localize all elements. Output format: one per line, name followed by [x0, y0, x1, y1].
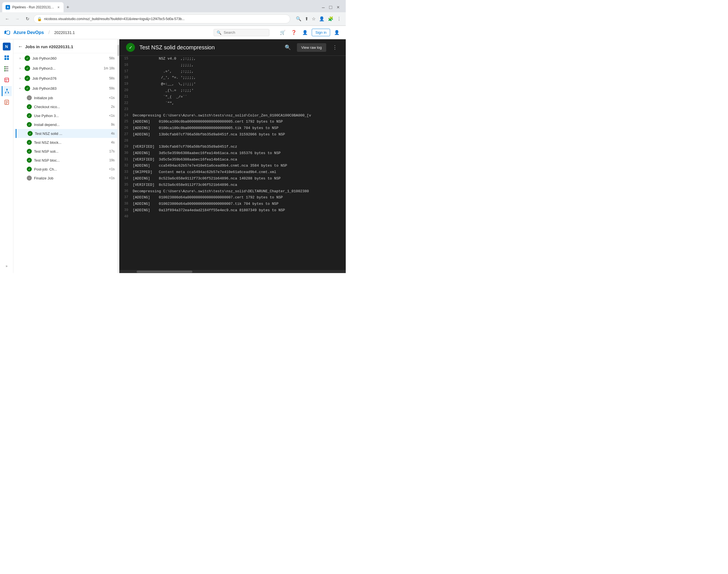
child-initialize-row[interactable]: ○ Initialize job <1s: [15, 93, 119, 102]
child-checkout-row[interactable]: ✓ Checkout nico... 2s: [15, 102, 119, 111]
expand-python360-button[interactable]: ›: [18, 56, 22, 60]
svg-point-12: [8, 92, 9, 93]
child-nsp-block-row[interactable]: ✓ Test NSP bloc... 19s: [15, 156, 119, 165]
log-line: 23: [119, 107, 346, 112]
job-python3-duration: 1m 18s: [102, 66, 115, 70]
job-python3-row[interactable]: › ✓ Job Python3... 1m 18s: [13, 63, 119, 73]
profile-icon-button[interactable]: 👤: [318, 15, 325, 23]
child-initialize-name: Initialize job: [34, 96, 100, 100]
log-line: 21 `"_( _/=``: [119, 94, 346, 100]
job-python360-row[interactable]: › ✓ Job Python360 58s: [13, 53, 119, 63]
search-icon-button[interactable]: 🔍: [295, 15, 303, 23]
svg-rect-4: [4, 58, 6, 60]
reload-button[interactable]: ↻: [24, 15, 31, 23]
new-tab-button[interactable]: +: [65, 3, 71, 12]
line-number: 34: [119, 176, 133, 181]
child-checkout-name: Checkout nico...: [34, 105, 100, 109]
share-icon-button[interactable]: ⬆: [304, 15, 309, 23]
log-line: 40: [119, 214, 346, 219]
navigation-bar: ← → ↻ 🔒 nicoboss.visualstudio.com/nsz/_b…: [0, 12, 346, 26]
line-number: 35: [119, 182, 133, 188]
expand-python3-button[interactable]: ›: [18, 66, 22, 70]
settings-icon-button[interactable]: ⋮: [336, 15, 342, 23]
extension-icon-button[interactable]: 🧩: [327, 15, 335, 23]
address-bar[interactable]: 🔒 nicoboss.visualstudio.com/nsz/_build/r…: [34, 14, 290, 24]
line-number: 31: [119, 157, 133, 162]
job-python360-name: Job Python360: [32, 56, 100, 60]
job-python360-status: ✓: [25, 55, 30, 61]
user-icon-button[interactable]: 👤: [301, 28, 309, 37]
job-python3-name: Job Python3...: [32, 66, 100, 71]
azure-devops-app: Azure DevOps / 20220131.1 🔍 🛒 ❓ 👤 Sign i…: [0, 26, 346, 273]
jobs-panel: ← Jobs in run #20220131.1 › ✓ Job Python…: [13, 39, 119, 273]
header-search-bar[interactable]: 🔍: [214, 29, 269, 36]
log-line: 26[ADDING] 0100ca100c0ba0000000000000000…: [119, 125, 346, 131]
sidebar-expand-button[interactable]: »: [2, 261, 12, 271]
expand-python383-button[interactable]: ›: [18, 86, 22, 90]
job-python383-row[interactable]: › ✓ Job Python383 59s: [13, 83, 119, 93]
header-actions: 🛒 ❓ 👤 Sign in 👤: [278, 28, 341, 37]
line-number: 23: [119, 107, 133, 112]
line-content: _(\.= ;:;;;': [133, 88, 200, 94]
sign-in-button[interactable]: Sign in: [312, 29, 330, 36]
basket-icon-button[interactable]: 🛒: [278, 28, 287, 37]
log-line: 30[ADDING] 3d5c5e359b6308aabec16fea14b61…: [119, 150, 346, 157]
child-nsz-solid-row[interactable]: ✓ Test NSZ solid ... 4s: [15, 129, 119, 138]
child-install-row[interactable]: ✓ Install depend... 9s: [15, 120, 119, 129]
log-line: 38[ADDING] 010023800d64a0000000000000000…: [119, 201, 346, 207]
bookmark-icon-button[interactable]: ☆: [311, 15, 317, 23]
sidebar-repos-button[interactable]: [2, 64, 12, 74]
maximize-icon[interactable]: □: [328, 4, 334, 10]
child-finalize-row[interactable]: ○ Finalize Job <1s: [15, 174, 119, 182]
line-content: Decompressing C:\Users\Azure\.switch\tes…: [133, 113, 318, 119]
view-raw-button[interactable]: View raw log: [297, 43, 326, 52]
line-number: 24: [119, 113, 133, 118]
child-nsz-solid-status: ✓: [28, 131, 33, 136]
child-nsp-solid-status: ✓: [27, 149, 32, 154]
log-line: 34[ADDING] 8c523a6c658e9112f73c06f521b64…: [119, 175, 346, 182]
active-tab[interactable]: A Pipelines - Run 20220131.1 logs ×: [2, 2, 64, 12]
tab-close-button[interactable]: ×: [57, 4, 60, 10]
close-icon[interactable]: ×: [335, 4, 341, 10]
sidebar-artifacts-button[interactable]: [2, 75, 12, 85]
account-icon-button[interactable]: 👤: [332, 28, 341, 37]
devops-logo-text: Azure DevOps: [13, 30, 44, 35]
log-content[interactable]: 15 NSZ v4.0 ,;:;;;,16 ;;;;;,17 .=', ;:;;…: [119, 56, 346, 270]
child-postjob-duration: <1s: [102, 167, 115, 171]
line-content: [ADDING] 0a13f894a372ea4edad2184ff55e4ec…: [133, 208, 292, 213]
forward-button[interactable]: →: [13, 15, 21, 23]
line-content: `"_( _/=``: [133, 94, 194, 100]
child-nsp-solid-row[interactable]: ✓ Test NSP soli... 17s: [15, 147, 119, 156]
child-python-row[interactable]: ✓ Use Python 3... <1s: [15, 111, 119, 120]
line-content: [SKIPPED] Content meta cca5494ac62b57e7e…: [133, 169, 283, 175]
log-scrollbar-thumb[interactable]: [137, 271, 192, 273]
log-line: 37[ADDING] 010023800d64a0000000000000000…: [119, 195, 346, 201]
sidebar-pipelines-button[interactable]: [2, 86, 12, 96]
log-more-button[interactable]: ⋮: [331, 43, 339, 52]
search-input[interactable]: [224, 30, 257, 35]
log-line: 25[ADDING] 0100ca100c0ba0000000000000000…: [119, 119, 346, 125]
line-number: 21: [119, 94, 133, 99]
sidebar-testplans-button[interactable]: [2, 97, 12, 107]
sidebar-org-button[interactable]: N: [2, 42, 12, 51]
line-number: 33: [119, 169, 133, 175]
log-line: 20 _(\.= ;:;;;': [119, 87, 346, 94]
log-search-button[interactable]: 🔍: [283, 43, 293, 52]
help-icon-button[interactable]: ❓: [290, 28, 298, 37]
svg-point-7: [4, 68, 5, 69]
log-line: 36Decompressing C:\Users\Azure\.switch\t…: [119, 188, 346, 195]
back-button[interactable]: ←: [3, 15, 11, 23]
line-content: `"",: [133, 100, 181, 107]
job-python376-row[interactable]: › ✓ Job Python376 58s: [13, 73, 119, 83]
repos-icon: [4, 66, 9, 72]
log-horizontal-scrollbar[interactable]: [119, 270, 346, 273]
minimize-icon[interactable]: –: [320, 4, 327, 10]
back-button[interactable]: ←: [18, 44, 23, 50]
sidebar-boards-button[interactable]: [2, 53, 12, 63]
expand-python376-button[interactable]: ›: [18, 76, 22, 80]
child-postjob-row[interactable]: ✓ Post-job: Ch... <1s: [15, 165, 119, 174]
log-line: 15 NSZ v4.0 ,;:;;;,: [119, 56, 346, 62]
tab-bar: A Pipelines - Run 20220131.1 logs × + – …: [0, 0, 346, 12]
child-nsz-block-row[interactable]: ✓ Test NSZ block... 4s: [15, 138, 119, 147]
line-number: 32: [119, 163, 133, 168]
